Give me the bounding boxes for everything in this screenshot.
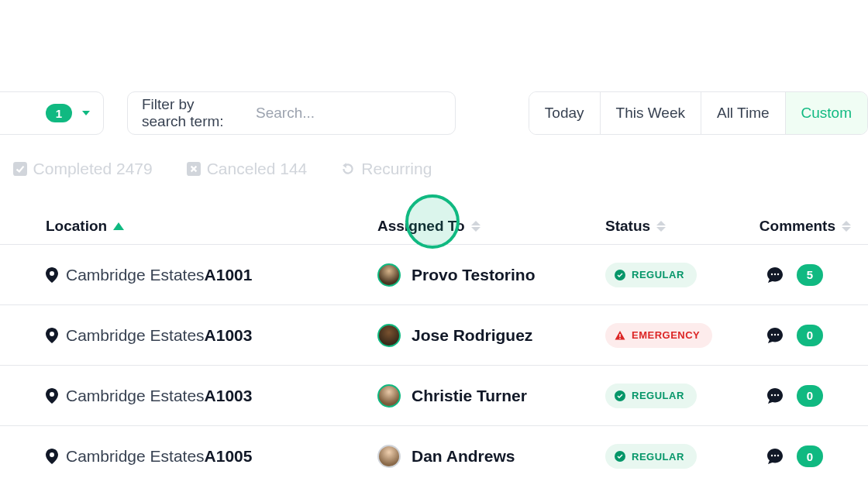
- location-pin-icon: [46, 328, 58, 343]
- assignee-name: Jose Rodriguez: [412, 326, 532, 345]
- avatar: [377, 384, 401, 408]
- comment-count: 0: [797, 325, 823, 346]
- location-pin-icon: [46, 267, 58, 283]
- comment-count: 0: [797, 445, 823, 467]
- status-text: EMERGENCY: [632, 329, 700, 341]
- table-row[interactable]: Cambridge EstatesA1003 Christie Turner R…: [0, 366, 868, 426]
- check-badge-icon: [615, 390, 625, 401]
- cell-comments[interactable]: 0: [765, 385, 868, 407]
- assignee-name: Dan Andrews: [412, 447, 515, 466]
- column-location[interactable]: Location: [46, 218, 377, 235]
- svg-point-16: [771, 455, 773, 456]
- cell-location: Cambridge EstatesA1003: [46, 326, 377, 345]
- check-badge-icon: [615, 451, 625, 462]
- status-badge-regular: REGULAR: [605, 444, 697, 469]
- cell-status: REGULAR: [605, 384, 765, 408]
- comment-count: 5: [797, 264, 823, 286]
- comment-count: 0: [797, 385, 823, 407]
- check-badge-icon: [615, 270, 625, 280]
- loc-name: Cambridge Estates: [66, 387, 205, 404]
- range-this-week[interactable]: This Week: [601, 92, 701, 134]
- table-row[interactable]: Cambridge EstatesA1003 Jose Rodriguez EM…: [0, 305, 868, 366]
- status-text: REGULAR: [632, 390, 684, 401]
- top-controls: 1 Filter by search term: Today This Week…: [0, 91, 868, 135]
- column-comments[interactable]: Comments: [722, 218, 868, 235]
- app-root: { "filters": { "dropdown_badge": "1", "s…: [0, 0, 868, 485]
- status-tabs: ed 19 Completed 2479 Canceled 144 Recurr…: [0, 160, 868, 178]
- cell-status: EMERGENCY: [605, 323, 765, 348]
- svg-point-4: [774, 273, 776, 274]
- status-badge-regular: REGULAR: [605, 384, 697, 408]
- svg-rect-7: [619, 338, 620, 339]
- sort-icon: [842, 221, 852, 232]
- svg-rect-6: [619, 334, 620, 337]
- loc-unit: A1005: [205, 447, 253, 465]
- svg-point-12: [771, 394, 773, 395]
- cell-status: REGULAR: [605, 444, 765, 469]
- cell-status: REGULAR: [605, 263, 765, 287]
- check-square-icon: [13, 162, 27, 176]
- svg-rect-0: [13, 162, 27, 176]
- svg-point-9: [774, 333, 776, 335]
- svg-point-13: [774, 394, 776, 395]
- tab-recurring[interactable]: Recurring: [341, 160, 432, 178]
- time-range-group: Today This Week All Time Custom: [529, 91, 868, 135]
- table-row[interactable]: Cambridge EstatesA1005 Dan Andrews REGUL…: [0, 426, 868, 485]
- column-assigned-label: Assigned To: [377, 218, 465, 235]
- loc-name: Cambridge Estates: [66, 266, 205, 284]
- tab-canceled[interactable]: Canceled 144: [187, 160, 308, 178]
- cell-location: Cambridge EstatesA1001: [46, 266, 377, 284]
- avatar: [377, 263, 401, 287]
- tab-completed-label: Completed 2479: [33, 160, 153, 178]
- assignee-name: Provo Testorino: [412, 266, 535, 284]
- loc-unit: A1003: [205, 387, 253, 404]
- svg-point-8: [771, 333, 773, 335]
- column-comments-label: Comments: [760, 218, 835, 235]
- range-all-time[interactable]: All Time: [701, 92, 786, 134]
- svg-point-3: [771, 273, 773, 274]
- x-square-icon: [187, 162, 201, 176]
- status-text: REGULAR: [632, 451, 684, 463]
- loc-unit: A1001: [205, 266, 253, 284]
- filter-dropdown[interactable]: 1: [0, 91, 104, 135]
- svg-point-18: [777, 455, 779, 456]
- comment-icon: [766, 266, 784, 284]
- cell-location: Cambridge EstatesA1005: [46, 447, 377, 466]
- tab-recurring-label: Recurring: [361, 160, 432, 178]
- svg-point-10: [777, 333, 779, 335]
- range-today[interactable]: Today: [529, 92, 601, 134]
- avatar: [377, 445, 401, 468]
- tab-canceled-label: Canceled 144: [207, 160, 308, 178]
- cell-assignee: Dan Andrews: [377, 445, 605, 468]
- loc-name: Cambridge Estates: [66, 447, 205, 465]
- location-pin-icon: [46, 388, 58, 404]
- range-custom[interactable]: Custom: [786, 92, 867, 134]
- cell-comments[interactable]: 0: [765, 325, 868, 346]
- svg-point-14: [777, 394, 779, 395]
- column-location-label: Location: [46, 218, 107, 235]
- filter-count-badge: 1: [46, 104, 72, 122]
- cell-comments[interactable]: 5: [765, 264, 868, 286]
- undo-icon: [341, 162, 355, 176]
- cell-assignee: Christie Turner: [377, 384, 605, 408]
- table-body: Cambridge EstatesA1001 Provo Testorino R…: [0, 245, 868, 485]
- location-pin-icon: [46, 449, 58, 464]
- status-text: REGULAR: [632, 269, 684, 280]
- table-row[interactable]: Cambridge EstatesA1001 Provo Testorino R…: [0, 245, 868, 305]
- status-badge-regular: REGULAR: [605, 263, 697, 287]
- comment-icon: [766, 326, 784, 345]
- avatar: [377, 324, 401, 347]
- search-input[interactable]: [254, 104, 441, 122]
- loc-unit: A1003: [205, 326, 253, 344]
- svg-point-17: [774, 455, 776, 456]
- status-badge-emergency: EMERGENCY: [605, 323, 712, 348]
- tab-completed[interactable]: Completed 2479: [13, 160, 153, 178]
- cell-comments[interactable]: 0: [765, 445, 868, 467]
- table-header: Location Assigned To Status Comments: [0, 208, 868, 245]
- column-assigned[interactable]: Assigned To: [377, 218, 605, 235]
- cell-assignee: Provo Testorino: [377, 263, 605, 287]
- column-status[interactable]: Status: [605, 218, 722, 235]
- search-filter[interactable]: Filter by search term:: [127, 91, 456, 135]
- loc-name: Cambridge Estates: [66, 326, 205, 344]
- comment-icon: [766, 447, 784, 466]
